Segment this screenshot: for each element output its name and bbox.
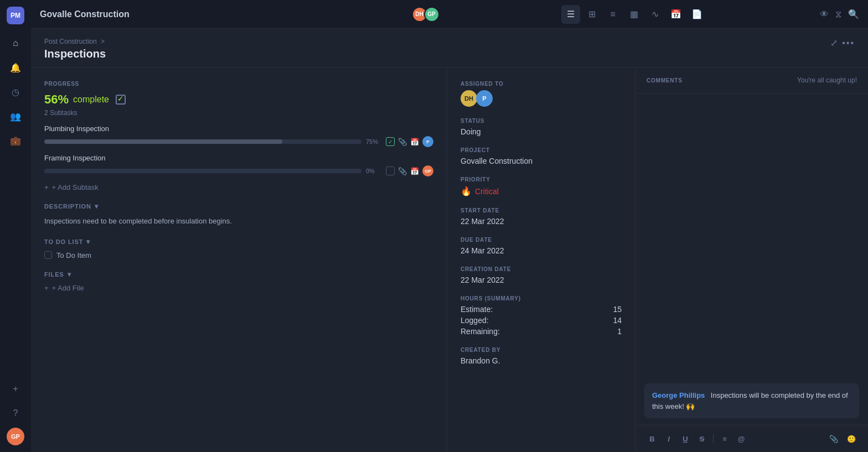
subtask-calendar-icon-framing[interactable]: 📅	[410, 167, 419, 175]
attach-btn[interactable]: 📎	[826, 431, 841, 446]
sidebar-item-home[interactable]: ⌂	[6, 33, 25, 53]
add-subtask-icon: +	[44, 183, 49, 191]
hours-label: HOURS (SUMMARY)	[461, 295, 622, 302]
subtask-icons-plumbing: ✓ 📎 📅 P	[386, 136, 433, 147]
progress-checkbox[interactable]	[116, 95, 126, 105]
todo-arrow: ▾	[86, 238, 90, 246]
table-view-btn[interactable]: ▦	[624, 5, 643, 24]
add-file-icon: +	[44, 284, 49, 292]
board-view-btn[interactable]: ⊞	[582, 5, 601, 24]
subtask-calendar-icon-plumbing[interactable]: 📅	[410, 138, 419, 146]
meta-start-date: START DATE 22 Mar 2022	[461, 207, 622, 226]
subtask-bar-row-plumbing: 75% ✓ 📎 📅 P	[44, 136, 433, 147]
sidebar-item-help[interactable]: ?	[6, 403, 25, 423]
subtask-icons-framing: 📎 📅 GP	[386, 165, 433, 176]
subtask-check-framing[interactable]	[386, 167, 395, 175]
sidebar-item-notifications[interactable]: 🔔	[6, 58, 25, 77]
underline-btn[interactable]: U	[678, 431, 693, 446]
sidebar-item-projects[interactable]: 💼	[6, 131, 25, 150]
assignee-avatar-p[interactable]: P	[476, 90, 493, 107]
subtasks-count: 2 Subtasks	[44, 109, 433, 117]
todo-checkbox[interactable]	[44, 251, 52, 259]
topbar-right: 👁 ⧖ 🔍	[820, 9, 859, 19]
created-by-value: Brandon G.	[461, 356, 622, 365]
creation-date-value: 22 Mar 2022	[461, 276, 622, 284]
topbar-avatar-gp[interactable]: GP	[424, 7, 440, 22]
sidebar-item-recents[interactable]: ◷	[6, 82, 25, 102]
sidebar-item-users[interactable]: 👥	[6, 106, 25, 126]
comments-label: COMMENTS	[647, 77, 683, 84]
list-view-btn[interactable]: ☰	[561, 5, 580, 24]
todo-item-text: To Do Item	[56, 251, 91, 259]
comment-author: George Phillips	[652, 391, 705, 399]
add-subtask-btn[interactable]: + + Add Subtask	[44, 183, 433, 191]
subtask-pct-framing: 0%	[366, 168, 381, 174]
description-section: DESCRIPTION ▾ Inspections need to be com…	[44, 202, 433, 227]
meta-status: STATUS Doing	[461, 118, 622, 136]
meta-hours: HOURS (SUMMARY) Estimate: 15 Logged: 14 …	[461, 295, 622, 336]
doc-view-btn[interactable]: 📄	[688, 5, 706, 24]
status-value: Doing	[461, 127, 622, 136]
assignee-avatar-dh[interactable]: DH	[461, 90, 477, 107]
panel-middle: ASSIGNED TO DH P STATUS Doing PROJECT Go…	[447, 67, 636, 452]
subtask-item-framing: Framing Inspection 0% 📎 📅 GP	[44, 154, 433, 176]
comment-toolbar-right: 📎 🙂	[826, 431, 859, 446]
panels: PROGRESS 56% complete 2 Subtasks Plumbin…	[31, 67, 868, 452]
app-logo[interactable]: PM	[7, 7, 24, 24]
hours-estimate-value: 15	[613, 305, 622, 314]
subtask-attach-icon-plumbing[interactable]: 📎	[398, 138, 407, 146]
subtask-avatar-framing: GP	[422, 165, 433, 176]
more-options-icon[interactable]: •••	[842, 38, 855, 48]
italic-btn[interactable]: I	[661, 431, 676, 446]
sidebar-item-add[interactable]: +	[6, 379, 25, 399]
start-date-value: 22 Mar 2022	[461, 217, 622, 226]
search-icon-btn[interactable]: 🔍	[848, 9, 859, 19]
hours-estimate-label: Estimate:	[461, 305, 493, 314]
subtask-bar-bg-framing	[44, 169, 361, 173]
comment-bubble-area: George Phillips Inspections will be comp…	[636, 383, 868, 425]
creation-date-label: CREATION DATE	[461, 266, 622, 272]
panel-right: COMMENTS You're all caught up! George Ph…	[636, 67, 868, 452]
expand-icon[interactable]: ⤢	[830, 38, 838, 48]
emoji-btn[interactable]: 🙂	[844, 431, 859, 446]
subtask-attach-icon-framing[interactable]: 📎	[398, 167, 407, 175]
hours-estimate-row: Estimate: 15	[461, 305, 622, 314]
meta-assigned: ASSIGNED TO DH P	[461, 81, 622, 107]
calendar-view-btn[interactable]: 📅	[666, 5, 685, 24]
start-date-label: START DATE	[461, 207, 622, 214]
filter-icon-btn[interactable]: ⧖	[835, 9, 841, 19]
align-view-btn[interactable]: ≡	[603, 5, 622, 24]
mention-btn[interactable]: @	[733, 431, 749, 446]
hours-remaining-value: 1	[617, 327, 622, 336]
sidebar-user-avatar[interactable]: GP	[7, 428, 24, 445]
description-text: Inspections need to be completed before …	[44, 216, 433, 227]
subtask-check-plumbing[interactable]: ✓	[386, 137, 395, 146]
project-value: Govalle Construction	[461, 157, 622, 165]
files-header[interactable]: FILES ▾	[44, 271, 433, 278]
meta-project: PROJECT Govalle Construction	[461, 147, 622, 165]
files-arrow: ▾	[68, 271, 71, 278]
todo-header[interactable]: TO DO LIST ▾	[44, 238, 433, 246]
bold-btn[interactable]: B	[644, 431, 660, 446]
created-by-label: CREATED BY	[461, 347, 622, 353]
subtask-pct-plumbing: 75%	[366, 138, 381, 145]
comments-body	[636, 93, 868, 383]
chart-view-btn[interactable]: ∿	[645, 5, 664, 24]
description-header[interactable]: DESCRIPTION ▾	[44, 202, 433, 210]
comment-bubble: George Phillips Inspections will be comp…	[644, 383, 859, 418]
main-container: Govalle Construction DH GP ☰ ⊞ ≡ ▦ ∿ 📅 📄…	[31, 0, 868, 452]
priority-label: PRIORITY	[461, 176, 622, 183]
content-area: Post Construction > Inspections ⤢ ••• PR…	[31, 29, 868, 452]
priority-value: Critical	[475, 187, 499, 196]
add-file-btn[interactable]: + + Add File	[44, 284, 433, 292]
progress-label: PROGRESS	[44, 81, 433, 87]
eye-icon-btn[interactable]: 👁	[820, 9, 829, 19]
subtask-name-framing: Framing Inspection	[44, 154, 433, 162]
topbar-tools: ☰ ⊞ ≡ ▦ ∿ 📅 📄	[448, 5, 820, 24]
strikethrough-btn[interactable]: S	[694, 431, 710, 446]
list-btn[interactable]: ≡	[717, 431, 732, 446]
toolbar-sep	[713, 434, 714, 443]
subtask-bar-bg-plumbing	[44, 139, 361, 144]
subtask-name-plumbing: Plumbing Inspection	[44, 124, 433, 133]
meta-priority: PRIORITY 🔥 Critical	[461, 176, 622, 196]
